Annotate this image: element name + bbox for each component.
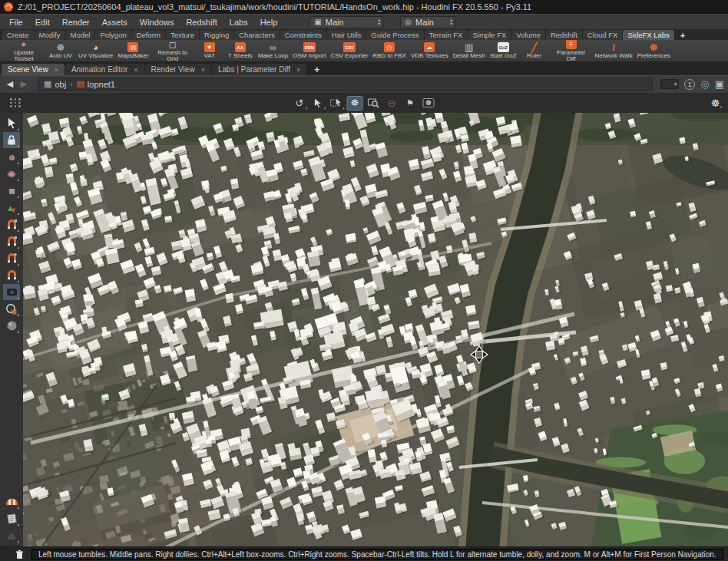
sticky-note[interactable] xyxy=(3,510,20,526)
menu-help[interactable]: Help xyxy=(254,18,284,27)
menu-windows[interactable]: Windows xyxy=(134,18,180,27)
shelf-tool-preferences[interactable]: ☸Preferences xyxy=(635,42,673,59)
breadcrumb-obj[interactable]: ▦obj xyxy=(44,79,66,89)
shelf-tab-volume[interactable]: Volume xyxy=(511,30,545,40)
shelf-tool-t-sheets[interactable]: AAT Sheets xyxy=(225,42,256,59)
shelf-add-tab-button[interactable]: + xyxy=(675,31,690,40)
houdini-logo-icon xyxy=(4,2,13,12)
select-tool[interactable]: ▾ xyxy=(310,96,326,111)
breadcrumb-lopnet1[interactable]: ▤lopnet1 xyxy=(76,79,115,89)
shelf-tool-rbd-to-fbx[interactable]: ◷RBD to FBX xyxy=(370,42,409,59)
shelf-tool-make-loop[interactable]: ∞Make Loop xyxy=(256,42,291,59)
shelf-tool-osm-import[interactable]: OSMOSM Import xyxy=(290,42,328,59)
shelf-tool-vat[interactable]: ♥VAT xyxy=(194,42,225,59)
shelf-tab-cloud-fx[interactable]: Cloud FX xyxy=(583,30,623,40)
stash-bag[interactable] xyxy=(3,527,20,543)
spinner-arrows-icon[interactable]: ▴▾ xyxy=(378,18,380,26)
shelf-tab-create[interactable]: Create xyxy=(2,30,34,40)
snap-primitive-magnet[interactable] xyxy=(3,233,20,249)
memory-cube-icon[interactable]: ▣ xyxy=(715,78,724,90)
snapshot-count-badge[interactable]: 1 xyxy=(684,79,695,90)
history-dropdown[interactable]: ▾ xyxy=(660,79,679,89)
shelf-tool-label: Network Walk xyxy=(595,53,633,59)
viewer-selector[interactable]: ◎ Main ▴▾ xyxy=(400,16,455,28)
menu-edit[interactable]: Edit xyxy=(29,18,56,27)
menu-render[interactable]: Render xyxy=(56,18,96,27)
shelf-tab-hair-utils[interactable]: Hair Utils xyxy=(327,30,366,40)
shelf-tool-mapsbaker[interactable]: ▤MapsBaker xyxy=(115,42,151,59)
display-options[interactable]: ☸▾ xyxy=(711,97,722,109)
shelf-tool-vdb-textures[interactable]: ☁VDB Textures xyxy=(409,42,451,59)
menu-file[interactable]: File xyxy=(3,18,29,27)
shelf-tab-constraints[interactable]: Constraints xyxy=(280,30,326,40)
select-arrow[interactable] xyxy=(3,115,20,131)
translate-tool[interactable]: ▾ xyxy=(329,96,345,111)
shelf-tool-remesh-to-grid[interactable]: ◻Remesh to Grid xyxy=(151,40,194,61)
menu-bar: FileEditRenderAssetsWindowsRedshiftLabsH… xyxy=(0,14,728,29)
rotate-handle[interactable] xyxy=(3,166,20,182)
shelf-tool-update-toolset[interactable]: ⌖Update Toolset xyxy=(2,40,45,61)
shelf-tab-characters[interactable]: Characters xyxy=(234,30,279,40)
osm-tag-icon: OSM xyxy=(303,42,316,52)
network-path-field[interactable]: ▦obj›▤lopnet1 xyxy=(38,78,653,91)
hydra-target-icon[interactable]: ◎ xyxy=(700,78,709,90)
shelf-tab-texture[interactable]: Texture xyxy=(166,30,199,40)
translate-handle[interactable]: + xyxy=(3,149,20,165)
close-icon[interactable]: × xyxy=(201,66,205,74)
back-button[interactable]: ◀ xyxy=(4,79,16,89)
desktop-selector-value: Main xyxy=(326,18,344,27)
pane-tab-render-view[interactable]: Render View× xyxy=(145,64,211,75)
pane-tab-labs-parameter-diff[interactable]: Labs | Parameter Diff× xyxy=(212,64,306,75)
shelf-tab-polygon[interactable]: Polygon xyxy=(95,30,131,40)
shelf-tab-redshift[interactable]: Redshift xyxy=(546,30,582,40)
pose-brush[interactable]: ▲▲ xyxy=(3,200,20,216)
shelf-tool-uv-visualize[interactable]: ◕UV Visualize xyxy=(76,42,115,59)
box-select-tool[interactable] xyxy=(366,96,382,111)
forward-button[interactable]: ▶ xyxy=(18,79,30,89)
spinner-arrows-icon[interactable]: ▴▾ xyxy=(450,18,452,26)
shelf-tool-detail-mesh[interactable]: ▥Detail Mesh xyxy=(451,42,488,59)
pane-tab-animation-editor[interactable]: Animation Editor× xyxy=(65,64,144,75)
shelf-tool-network-walk[interactable]: INetwork Walk xyxy=(593,42,635,59)
material-sphere[interactable] xyxy=(3,318,20,334)
shelf-tab-guide-process[interactable]: Guide Process xyxy=(366,30,423,40)
render-region[interactable] xyxy=(3,301,20,317)
shelf-tool-start-goz[interactable]: GoZStart GoZ xyxy=(488,42,519,59)
shelf-tab-model[interactable]: Model xyxy=(66,30,95,40)
pane-add-tab-button[interactable]: + xyxy=(307,64,326,75)
flipbook-tool[interactable]: ⚑ xyxy=(402,96,419,111)
shelf-tool-label: Detail Mesh xyxy=(453,53,485,59)
shelf-tab-rigging[interactable]: Rigging xyxy=(200,30,233,40)
menu-assets[interactable]: Assets xyxy=(96,18,134,27)
close-icon[interactable]: × xyxy=(134,66,137,74)
handles-tool[interactable]: ☸ xyxy=(347,96,363,111)
menu-redshift[interactable]: Redshift xyxy=(180,18,223,27)
view-tool[interactable]: ↺▾ xyxy=(292,96,308,111)
shelf-tool-parameter-diff[interactable]: ≡Parameter Diff xyxy=(550,40,593,61)
scale-handle[interactable]: ↔ xyxy=(3,183,20,199)
snap-point-magnet[interactable] xyxy=(3,250,20,266)
pane-tab-scene-view[interactable]: Scene View× xyxy=(2,64,65,75)
close-icon[interactable]: × xyxy=(296,66,300,74)
shelf-tab-terrain-fx[interactable]: Terrain FX xyxy=(425,30,468,40)
shelf-tray[interactable] xyxy=(3,493,20,510)
window-title: Z:/01_PROJECT/20250604_plateau_vol3_mats… xyxy=(18,2,531,12)
secure-selection-lock[interactable] xyxy=(3,132,20,148)
viewport-canvas[interactable]: ↺ View Persp ▾ No cam ▾ xyxy=(23,113,728,546)
close-icon[interactable]: × xyxy=(55,66,58,74)
shelf-tool-ruler[interactable]: ╱Ruler xyxy=(519,42,550,59)
snap-grid-magnet[interactable] xyxy=(3,216,20,233)
pane-drag-handle-icon[interactable] xyxy=(10,98,22,107)
filter-disabled[interactable]: ⊖ xyxy=(384,96,400,111)
view-tool-box[interactable] xyxy=(3,284,20,300)
snap-combined-magnet[interactable] xyxy=(3,267,20,283)
shelf-tool-csv-exporter[interactable]: CSVCSV Exporter xyxy=(328,42,370,59)
desktop-selector[interactable]: ▣ Main ▴▾ xyxy=(309,16,383,28)
menu-labs[interactable]: Labs xyxy=(223,18,254,27)
shelf-tab-deform[interactable]: Deform xyxy=(132,30,165,40)
display-flags[interactable]: ☸ xyxy=(421,96,437,111)
shelf-tab-modify[interactable]: Modify xyxy=(35,30,65,40)
shelf-tab-simple-fx[interactable]: Simple FX xyxy=(468,30,511,40)
shelf-tab-sidefx-labs[interactable]: SideFX Labs xyxy=(623,30,673,40)
shelf-tool-auto-uv[interactable]: ☸Auto UV xyxy=(45,42,76,59)
